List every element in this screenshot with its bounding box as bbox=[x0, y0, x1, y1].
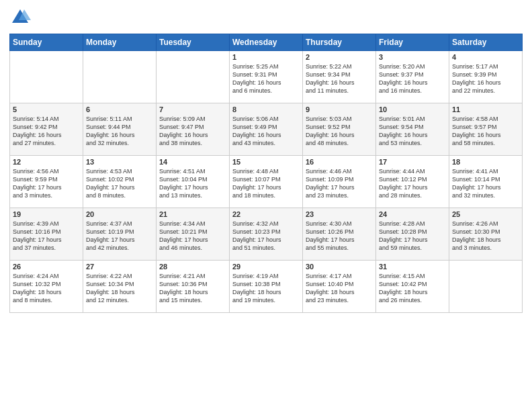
day-cell: 3Sunrise: 5:20 AM Sunset: 9:37 PM Daylig… bbox=[376, 51, 449, 103]
day-cell: 27Sunrise: 4:22 AM Sunset: 10:34 PM Dayl… bbox=[83, 261, 157, 313]
day-info: Sunrise: 4:22 AM Sunset: 10:34 PM Daylig… bbox=[86, 272, 153, 305]
day-number: 22 bbox=[232, 210, 300, 218]
day-cell: 18Sunrise: 4:41 AM Sunset: 10:14 PM Dayl… bbox=[449, 156, 523, 208]
day-cell bbox=[449, 261, 523, 313]
weekday-tuesday: Tuesday bbox=[157, 34, 230, 51]
weekday-wednesday: Wednesday bbox=[230, 34, 303, 51]
day-info: Sunrise: 5:06 AM Sunset: 9:49 PM Dayligh… bbox=[232, 115, 300, 148]
weekday-header-row: SundayMondayTuesdayWednesdayThursdayFrid… bbox=[10, 34, 523, 51]
weekday-sunday: Sunday bbox=[10, 34, 83, 51]
day-info: Sunrise: 5:17 AM Sunset: 9:39 PM Dayligh… bbox=[452, 62, 519, 95]
day-info: Sunrise: 4:24 AM Sunset: 10:32 PM Daylig… bbox=[13, 272, 80, 305]
day-cell: 20Sunrise: 4:37 AM Sunset: 10:19 PM Dayl… bbox=[83, 208, 157, 261]
week-row-2: 5Sunrise: 5:14 AM Sunset: 9:42 PM Daylig… bbox=[10, 103, 523, 156]
day-info: Sunrise: 4:32 AM Sunset: 10:23 PM Daylig… bbox=[232, 220, 300, 253]
day-number: 18 bbox=[452, 158, 519, 166]
week-row-1: 1Sunrise: 5:25 AM Sunset: 9:31 PM Daylig… bbox=[10, 51, 523, 103]
day-info: Sunrise: 5:01 AM Sunset: 9:54 PM Dayligh… bbox=[379, 115, 446, 148]
day-cell bbox=[83, 51, 157, 103]
day-info: Sunrise: 4:48 AM Sunset: 10:07 PM Daylig… bbox=[232, 167, 300, 200]
day-info: Sunrise: 4:46 AM Sunset: 10:09 PM Daylig… bbox=[306, 167, 373, 200]
day-info: Sunrise: 4:15 AM Sunset: 10:42 PM Daylig… bbox=[379, 272, 446, 305]
day-info: Sunrise: 4:58 AM Sunset: 9:57 PM Dayligh… bbox=[452, 115, 519, 148]
day-info: Sunrise: 4:30 AM Sunset: 10:26 PM Daylig… bbox=[306, 220, 373, 253]
day-number: 5 bbox=[13, 105, 80, 113]
week-row-5: 26Sunrise: 4:24 AM Sunset: 10:32 PM Dayl… bbox=[10, 261, 523, 313]
day-number: 29 bbox=[232, 263, 300, 271]
day-info: Sunrise: 4:44 AM Sunset: 10:12 PM Daylig… bbox=[379, 167, 446, 200]
day-cell: 14Sunrise: 4:51 AM Sunset: 10:04 PM Dayl… bbox=[157, 156, 230, 208]
day-cell: 12Sunrise: 4:56 AM Sunset: 9:59 PM Dayli… bbox=[10, 156, 83, 208]
day-info: Sunrise: 4:39 AM Sunset: 10:16 PM Daylig… bbox=[13, 220, 80, 253]
day-number: 21 bbox=[159, 210, 226, 218]
day-info: Sunrise: 5:22 AM Sunset: 9:34 PM Dayligh… bbox=[306, 62, 373, 95]
day-info: Sunrise: 5:20 AM Sunset: 9:37 PM Dayligh… bbox=[379, 62, 446, 95]
day-cell: 26Sunrise: 4:24 AM Sunset: 10:32 PM Dayl… bbox=[10, 261, 83, 313]
day-cell: 5Sunrise: 5:14 AM Sunset: 9:42 PM Daylig… bbox=[10, 103, 83, 156]
day-number: 7 bbox=[159, 105, 226, 113]
day-number: 1 bbox=[232, 53, 300, 61]
day-cell: 10Sunrise: 5:01 AM Sunset: 9:54 PM Dayli… bbox=[376, 103, 449, 156]
day-number: 8 bbox=[232, 105, 300, 113]
weekday-friday: Friday bbox=[376, 34, 449, 51]
day-info: Sunrise: 4:53 AM Sunset: 10:02 PM Daylig… bbox=[86, 167, 153, 200]
day-cell: 17Sunrise: 4:44 AM Sunset: 10:12 PM Dayl… bbox=[376, 156, 449, 208]
day-info: Sunrise: 4:34 AM Sunset: 10:21 PM Daylig… bbox=[159, 220, 226, 253]
week-row-3: 12Sunrise: 4:56 AM Sunset: 9:59 PM Dayli… bbox=[10, 156, 523, 208]
day-number: 3 bbox=[379, 53, 446, 61]
day-cell: 7Sunrise: 5:09 AM Sunset: 9:47 PM Daylig… bbox=[157, 103, 230, 156]
day-cell: 23Sunrise: 4:30 AM Sunset: 10:26 PM Dayl… bbox=[303, 208, 376, 261]
day-info: Sunrise: 4:41 AM Sunset: 10:14 PM Daylig… bbox=[452, 167, 519, 200]
day-number: 27 bbox=[86, 263, 153, 271]
day-number: 4 bbox=[452, 53, 519, 61]
day-number: 28 bbox=[159, 263, 226, 271]
day-info: Sunrise: 4:51 AM Sunset: 10:04 PM Daylig… bbox=[159, 167, 226, 200]
day-info: Sunrise: 5:11 AM Sunset: 9:44 PM Dayligh… bbox=[86, 115, 153, 148]
day-cell: 30Sunrise: 4:17 AM Sunset: 10:40 PM Dayl… bbox=[303, 261, 376, 313]
day-info: Sunrise: 4:28 AM Sunset: 10:28 PM Daylig… bbox=[379, 220, 446, 253]
day-info: Sunrise: 5:14 AM Sunset: 9:42 PM Dayligh… bbox=[13, 115, 80, 148]
page: SundayMondayTuesdayWednesdayThursdayFrid… bbox=[0, 0, 532, 411]
day-number: 26 bbox=[13, 263, 80, 271]
day-cell: 28Sunrise: 4:21 AM Sunset: 10:36 PM Dayl… bbox=[157, 261, 230, 313]
day-cell: 11Sunrise: 4:58 AM Sunset: 9:57 PM Dayli… bbox=[449, 103, 523, 156]
day-number: 24 bbox=[379, 210, 446, 218]
day-info: Sunrise: 4:37 AM Sunset: 10:19 PM Daylig… bbox=[86, 220, 153, 253]
header bbox=[9, 7, 523, 28]
day-cell: 8Sunrise: 5:06 AM Sunset: 9:49 PM Daylig… bbox=[230, 103, 303, 156]
day-info: Sunrise: 4:21 AM Sunset: 10:36 PM Daylig… bbox=[159, 272, 226, 305]
day-number: 9 bbox=[306, 105, 373, 113]
weekday-saturday: Saturday bbox=[449, 34, 523, 51]
weekday-thursday: Thursday bbox=[303, 34, 376, 51]
logo-icon bbox=[9, 7, 31, 28]
day-number: 19 bbox=[13, 210, 80, 218]
week-row-4: 19Sunrise: 4:39 AM Sunset: 10:16 PM Dayl… bbox=[10, 208, 523, 261]
day-cell: 31Sunrise: 4:15 AM Sunset: 10:42 PM Dayl… bbox=[376, 261, 449, 313]
day-info: Sunrise: 5:09 AM Sunset: 9:47 PM Dayligh… bbox=[159, 115, 226, 148]
day-cell: 6Sunrise: 5:11 AM Sunset: 9:44 PM Daylig… bbox=[83, 103, 157, 156]
day-cell: 19Sunrise: 4:39 AM Sunset: 10:16 PM Dayl… bbox=[10, 208, 83, 261]
day-info: Sunrise: 5:25 AM Sunset: 9:31 PM Dayligh… bbox=[232, 62, 300, 95]
day-number: 15 bbox=[232, 158, 300, 166]
weekday-monday: Monday bbox=[83, 34, 157, 51]
day-cell: 9Sunrise: 5:03 AM Sunset: 9:52 PM Daylig… bbox=[303, 103, 376, 156]
day-cell bbox=[10, 51, 83, 103]
day-number: 20 bbox=[86, 210, 153, 218]
day-cell: 24Sunrise: 4:28 AM Sunset: 10:28 PM Dayl… bbox=[376, 208, 449, 261]
day-number: 13 bbox=[86, 158, 153, 166]
day-number: 6 bbox=[86, 105, 153, 113]
day-info: Sunrise: 4:19 AM Sunset: 10:38 PM Daylig… bbox=[232, 272, 300, 305]
day-cell: 16Sunrise: 4:46 AM Sunset: 10:09 PM Dayl… bbox=[303, 156, 376, 208]
day-number: 17 bbox=[379, 158, 446, 166]
day-cell: 4Sunrise: 5:17 AM Sunset: 9:39 PM Daylig… bbox=[449, 51, 523, 103]
day-info: Sunrise: 5:03 AM Sunset: 9:52 PM Dayligh… bbox=[306, 115, 373, 148]
day-number: 14 bbox=[159, 158, 226, 166]
calendar-table: SundayMondayTuesdayWednesdayThursdayFrid… bbox=[9, 34, 523, 313]
day-cell: 2Sunrise: 5:22 AM Sunset: 9:34 PM Daylig… bbox=[303, 51, 376, 103]
day-cell: 1Sunrise: 5:25 AM Sunset: 9:31 PM Daylig… bbox=[230, 51, 303, 103]
day-cell: 25Sunrise: 4:26 AM Sunset: 10:30 PM Dayl… bbox=[449, 208, 523, 261]
day-cell: 21Sunrise: 4:34 AM Sunset: 10:21 PM Dayl… bbox=[157, 208, 230, 261]
day-cell: 22Sunrise: 4:32 AM Sunset: 10:23 PM Dayl… bbox=[230, 208, 303, 261]
day-number: 2 bbox=[306, 53, 373, 61]
day-number: 11 bbox=[452, 105, 519, 113]
